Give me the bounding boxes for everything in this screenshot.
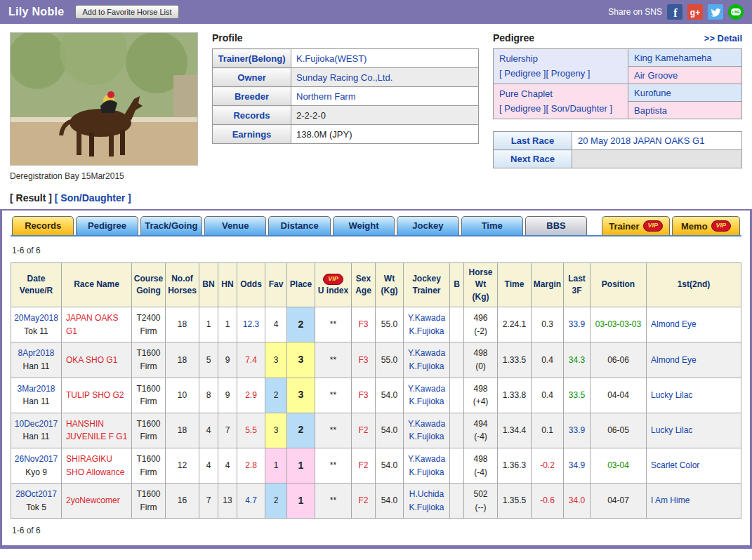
dam-sub-links[interactable]: [ Pedigree ][ Son/Daughter ] (499, 103, 612, 114)
trainer-link[interactable]: K.Fujioka (409, 502, 444, 512)
course-going-cell: T2400Firm (132, 307, 166, 342)
facebook-icon[interactable]: f (667, 4, 682, 20)
race-name-link[interactable]: JAPAN OAKS G1 (66, 313, 118, 336)
trainer-link[interactable]: K.Fujioka (409, 396, 444, 406)
tab-track-going[interactable]: Track/Going (140, 216, 202, 235)
race-date-link[interactable]: 3Mar2018 (17, 384, 55, 394)
tab-label: Pedigree (88, 220, 126, 231)
winner-link[interactable]: I Am Hime (651, 495, 690, 505)
twitter-icon[interactable] (708, 4, 723, 20)
line-icon[interactable]: LINE (728, 4, 744, 20)
tab-weight[interactable]: Weight (333, 216, 395, 235)
top-header: Lily Noble Add to Favorite Horse List Sh… (0, 0, 752, 24)
col-header: Last 3F (564, 263, 591, 307)
horse-weight-cell: 498(+4) (464, 378, 498, 413)
race-name-link[interactable]: OKA SHO G1 (66, 355, 117, 365)
winner-link[interactable]: Scarlet Color (651, 460, 699, 470)
jockey-link[interactable]: Y.Kawada (408, 313, 445, 323)
tab-pedigree[interactable]: Pedigree (76, 216, 138, 235)
sire-dam-link[interactable]: Air Groove (634, 70, 678, 81)
race-name-cell: JAPAN OAKS G1 (62, 307, 132, 342)
jockey-link[interactable]: H.Uchida (409, 489, 444, 499)
nav-result[interactable]: [ Result ] (10, 192, 52, 204)
jockey-link[interactable]: Y.Kawada (408, 384, 445, 394)
jockey-link[interactable]: Y.Kawada (408, 348, 445, 358)
pedigree-detail-link[interactable]: >> Detail (704, 33, 742, 44)
result-row: 8Apr2018Han 11OKA SHO G1T1600Firm18597.4… (11, 342, 741, 378)
result-row: 3Mar2018Han 11TULIP SHO G2T1600Firm10892… (11, 378, 741, 413)
bracket-number-cell: 1 (199, 307, 218, 342)
share-area: Share on SNS f g+ LINE (608, 4, 744, 20)
trainer-link[interactable]: K.Fujioka (409, 361, 444, 371)
jockey-trainer-cell: Y.KawadaK.Fujioka (404, 448, 450, 483)
add-favorite-button[interactable]: Add to Favorite Horse List (75, 5, 178, 19)
horse-weight-cell: 498(0) (464, 342, 498, 378)
winner-link[interactable]: Almond Eye (651, 319, 697, 329)
sex-age-cell: F2 (352, 484, 376, 519)
last-race-link[interactable]: 20 May 2018 JAPAN OAKS G1 (578, 135, 704, 146)
jockey-link[interactable]: Y.Kawada (408, 454, 445, 464)
race-date-link[interactable]: 10Dec2017 (15, 419, 58, 429)
race-date-link[interactable]: 26Nov2017 (15, 454, 58, 464)
race-date-link[interactable]: 28Oct2017 (15, 489, 57, 499)
nav-son-daughter[interactable]: [ Son/Daughter ] (55, 192, 131, 204)
favorite-rank-cell: 2 (265, 484, 287, 519)
race-date-link[interactable]: 20May2018 (14, 313, 58, 323)
position-cell: 04-07 (591, 484, 647, 519)
sire-link[interactable]: Rulership (499, 53, 538, 64)
google-plus-icon[interactable]: g+ (687, 4, 703, 20)
race-name-link[interactable]: 2yoNewcomer (66, 495, 120, 505)
odds-cell: 12.3 (237, 307, 265, 342)
tab-label: Track/Going (145, 220, 197, 231)
results-table: Date Venue/RRace NameCourse GoingNo.of H… (11, 262, 741, 519)
tab-venue[interactable]: Venue (204, 216, 266, 235)
profile-label-records: Records (213, 106, 291, 125)
svg-text:LINE: LINE (732, 10, 740, 14)
tab-time[interactable]: Time (461, 216, 523, 235)
winner-link[interactable]: Almond Eye (651, 355, 697, 365)
horse-number-cell: 7 (218, 413, 237, 448)
tab-bbs[interactable]: BBS (525, 216, 587, 235)
col-header: Horse Wt (Kg) (464, 263, 498, 307)
dam-sire-link[interactable]: Kurofune (634, 88, 671, 98)
dam-dam-cell: Baptista (628, 102, 742, 119)
dam-link[interactable]: Pure Chaplet (499, 88, 553, 99)
dam-dam-link[interactable]: Baptista (634, 105, 667, 116)
last-3f-cell: 33.5 (564, 378, 591, 413)
breeder-link[interactable]: Northern Farm (296, 91, 356, 102)
place-cell: 1 (287, 448, 315, 483)
winner-link[interactable]: Lucky Lilac (651, 390, 692, 400)
trainer-link[interactable]: K.Fujioka (409, 326, 444, 336)
col-header: Wt (Kg) (376, 263, 404, 307)
horses-count-cell: 12 (166, 448, 199, 483)
sex-age-cell: F3 (352, 307, 376, 342)
jockey-trainer-cell: H.UchidaK.Fujioka (404, 484, 450, 519)
blinker-cell (450, 413, 464, 448)
race-date-link[interactable]: 8Apr2018 (18, 348, 54, 358)
sire-sub-links[interactable]: [ Pedigree ][ Progeny ] (499, 68, 590, 79)
vip-badge: VIP (323, 274, 343, 285)
col-header: BN (199, 263, 218, 307)
course-going-cell: T1600Firm (132, 413, 166, 448)
weight-carried-cell: 54.0 (376, 484, 404, 519)
jockey-link[interactable]: Y.Kawada (408, 419, 445, 429)
sire-sire-link[interactable]: King Kamehameha (634, 53, 712, 63)
race-name-link[interactable]: HANSHIN JUVENILE F G1 (66, 419, 127, 442)
owner-link[interactable]: Sunday Racing Co.,Ltd. (296, 72, 393, 83)
weight-carried-cell: 55.0 (376, 342, 404, 378)
tab-trainer[interactable]: Trainer VIP (602, 216, 670, 235)
winner-link[interactable]: Lucky Lilac (651, 425, 692, 435)
bracket-number-cell: 4 (199, 413, 218, 448)
tab-records[interactable]: Records (12, 216, 74, 235)
race-name-link[interactable]: SHIRAGIKU SHO Allowance (66, 454, 124, 477)
next-race-value (572, 150, 742, 168)
trainer-link[interactable]: K.Fujioka (409, 432, 444, 441)
odds-cell: 4.7 (237, 484, 265, 519)
tab-distance[interactable]: Distance (268, 216, 330, 235)
tab-jockey[interactable]: Jockey (397, 216, 459, 235)
col-header: HN (218, 263, 237, 307)
tab-memo[interactable]: Memo VIP (672, 216, 740, 235)
race-name-link[interactable]: TULIP SHO G2 (66, 390, 124, 400)
trainer-link[interactable]: K.Fujioka (409, 467, 444, 477)
trainer-link[interactable]: K.Fujioka(WEST) (296, 53, 367, 64)
